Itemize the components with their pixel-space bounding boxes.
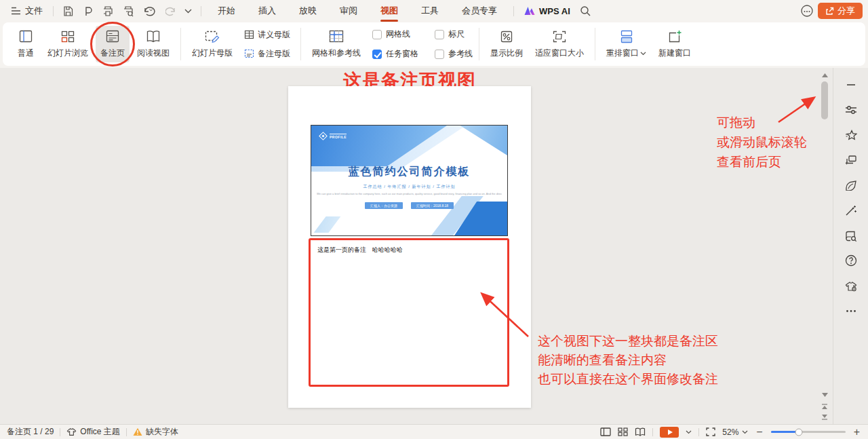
share-button[interactable]: 分享 [818, 3, 863, 19]
divider [513, 6, 514, 16]
zoom-slider[interactable] [771, 431, 846, 433]
slide-title: 蓝色简约公司简介模板 [311, 165, 507, 179]
ink-resource-button[interactable] [844, 179, 858, 191]
triangle-down-icon [822, 393, 828, 397]
fit-screen-icon [706, 427, 715, 436]
search-button[interactable] [576, 4, 595, 18]
handout-master-button[interactable]: 讲义母版 [240, 28, 294, 41]
scroll-down-button[interactable] [820, 390, 829, 400]
arrange-windows-icon [618, 29, 635, 44]
view-slide-sorter-button[interactable]: 幻灯片浏览 [43, 26, 93, 62]
hamburger-icon [11, 7, 21, 15]
fit-window-statusbar-button[interactable] [706, 427, 715, 436]
slide-thumbnail[interactable]: PROFILE 蓝色简约公司简介模板 工作总结 / 年终汇报 / 新年计划 / … [311, 125, 508, 236]
print-preview-button[interactable] [118, 4, 138, 18]
notes-page-icon [104, 29, 121, 44]
vertical-scrollbar-thumb[interactable] [821, 81, 828, 119]
minus-icon [846, 83, 856, 86]
view-normal-button[interactable]: 普通 [12, 26, 40, 62]
tab-view[interactable]: 视图 [369, 0, 410, 22]
arrange-windows-label: 重排窗口 [606, 47, 646, 59]
checkbox-box [372, 30, 382, 39]
view-notes-page-label: 备注页 [100, 47, 125, 59]
slideshow-play-button[interactable] [660, 427, 679, 438]
file-menu-label: 文件 [25, 5, 43, 17]
save-button[interactable] [58, 4, 78, 18]
checkbox-guides[interactable]: 参考线 [435, 48, 473, 60]
next-slide-button[interactable] [820, 412, 829, 421]
slide-master-button[interactable]: 幻灯片母版 [187, 26, 237, 62]
animation-pane-button[interactable] [844, 154, 858, 166]
statusbar-slide-sorter-button[interactable] [618, 427, 628, 436]
proofread-button[interactable] [844, 229, 858, 242]
tab-slideshow[interactable]: 放映 [288, 0, 328, 22]
tab-home[interactable]: 开始 [206, 0, 247, 22]
next-slide-icon [821, 414, 828, 420]
magic-wand-icon [845, 205, 857, 216]
zoom-ratio-icon [498, 29, 515, 44]
notes-master-icon [244, 49, 254, 58]
tshirt-gear-icon [845, 280, 857, 292]
tab-insert[interactable]: 插入 [247, 0, 288, 22]
wps-ai-button[interactable]: WPS AI [519, 6, 576, 16]
export-button[interactable] [78, 4, 98, 18]
checkbox-guides-label: 参考线 [448, 48, 473, 60]
special-features-button[interactable] [844, 129, 858, 141]
more-tools-button[interactable] [844, 305, 858, 317]
zoom-level-button[interactable]: 52% [722, 427, 748, 437]
notes-area[interactable]: 这是第一页的备注 哈哈哈哈哈 [309, 238, 509, 387]
grid-view-icon [618, 427, 628, 436]
zoom-slider-knob[interactable] [795, 428, 803, 436]
view-reading-button[interactable]: 阅读视图 [132, 26, 174, 62]
object-properties-button[interactable] [844, 104, 858, 116]
slide-subtitle: 工作总结 / 年终汇报 / 新年计划 / 工作计划 [311, 184, 507, 190]
customize-toolbar-button[interactable] [180, 7, 196, 15]
handout-master-label: 讲义母版 [258, 29, 290, 41]
statusbar-reading-view-button[interactable] [635, 427, 646, 436]
fit-window-button[interactable]: 适应窗口大小 [530, 26, 589, 62]
zoom-ratio-button[interactable]: 显示比例 [486, 26, 528, 62]
ribbon-group-zoom: 显示比例 适应窗口大小 [479, 22, 595, 66]
skin-settings-button[interactable] [844, 280, 858, 292]
new-window-button[interactable]: 新建窗口 [654, 26, 696, 62]
notes-master-button[interactable]: 备注母版 [240, 47, 294, 60]
checkbox-ruler[interactable]: 标尺 [435, 28, 473, 40]
statusbar-right: 52% − + [600, 427, 861, 438]
tab-member[interactable]: 会员专享 [450, 0, 509, 22]
missing-font-button[interactable]: 缺失字体 [133, 426, 178, 438]
tab-tools[interactable]: 工具 [410, 0, 450, 22]
arrange-windows-button[interactable]: 重排窗口 [601, 26, 651, 62]
scroll-up-button[interactable] [820, 71, 829, 80]
statusbar-normal-view-button[interactable] [600, 427, 611, 436]
smart-beautify-button[interactable] [844, 204, 858, 216]
tab-review[interactable]: 审阅 [328, 0, 369, 22]
zoom-level-value: 52% [722, 427, 738, 437]
page-indicator: 备注页 1 / 29 [7, 426, 54, 438]
print-button[interactable] [98, 4, 118, 18]
undo-button[interactable] [138, 4, 161, 18]
checkbox-taskpane[interactable]: 任务窗格 [372, 48, 418, 60]
collapse-panel-button[interactable] [844, 79, 858, 91]
cloud-service-button[interactable] [796, 3, 818, 19]
checkbox-ruler-label: 标尺 [448, 28, 465, 40]
printer-icon [102, 5, 114, 17]
file-menu-button[interactable]: 文件 [5, 5, 48, 17]
previous-slide-button[interactable] [820, 402, 829, 411]
handout-master-icon [244, 30, 254, 39]
view-notes-page-button[interactable]: 备注页 [96, 26, 130, 62]
help-button[interactable] [844, 254, 858, 267]
fit-window-icon [551, 29, 568, 44]
zoom-in-button[interactable]: + [852, 427, 861, 438]
chevron-down-icon [742, 430, 748, 434]
slideshow-options-button[interactable] [686, 430, 692, 434]
ribbon: 普通 幻灯片浏览 备注页 阅读视图 幻灯片母版 [3, 22, 865, 66]
ribbon-group-grid: 网格和参考线 网格线 任务窗格 标尺 参考线 [301, 22, 479, 66]
redo-button[interactable] [161, 4, 180, 18]
checkbox-gridlines[interactable]: 网格线 [372, 28, 418, 40]
slide-decor-shape [311, 216, 352, 233]
checkbox-gridlines-label: 网格线 [386, 28, 410, 40]
notes-page-canvas: 这是备注页视图 PROFILE 蓝色简约公司简介模板 工作总结 / 年终汇报 /… [0, 68, 833, 424]
grid-guides-button[interactable]: 网格和参考线 [307, 26, 366, 62]
zoom-out-button[interactable]: − [755, 427, 764, 438]
theme-button[interactable]: Office 主题 [66, 426, 119, 438]
